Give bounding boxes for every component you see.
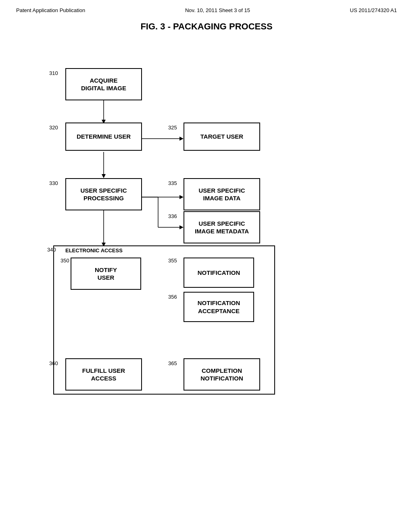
box-notification: NOTIFICATION — [184, 258, 254, 288]
box-user-specific-processing: USER SPECIFIC PROCESSING — [65, 178, 142, 210]
box-notify-user: NOTIFY USER — [71, 258, 141, 290]
header-left: Patent Application Publication — [16, 7, 85, 13]
svg-marker-7 — [179, 195, 184, 199]
box-user-specific-image-metadata: USER SPECIFIC IMAGE METADATA — [184, 211, 260, 243]
label-325: 325 — [168, 125, 177, 131]
page-title: FIG. 3 - PACKAGING PROCESS — [0, 21, 413, 32]
label-356: 356 — [168, 294, 177, 300]
label-310: 310 — [49, 70, 58, 76]
box-fulfill-user-access: FULFILL USER ACCESS — [65, 358, 142, 391]
label-330: 330 — [49, 180, 58, 186]
box-user-specific-image-data: USER SPECIFIC IMAGE DATA — [184, 178, 260, 210]
svg-marker-5 — [102, 174, 106, 178]
label-electronic-access: ELECTRONIC ACCESS — [65, 247, 123, 254]
box-determine-user: DETERMINE USER — [65, 123, 142, 151]
box-notification-acceptance: NOTIFICATION ACCEPTANCE — [184, 292, 254, 322]
label-320: 320 — [49, 125, 58, 131]
svg-marker-11 — [179, 225, 184, 229]
header-middle: Nov. 10, 2011 Sheet 3 of 15 — [185, 7, 250, 13]
box-acquire: ACQUIRE DIGITAL IMAGE — [65, 68, 142, 100]
diagram: 310 ACQUIRE DIGITAL IMAGE 320 DETERMINE … — [25, 44, 388, 507]
label-340: 340 — [47, 247, 56, 253]
label-355: 355 — [168, 258, 177, 264]
header-right: US 2011/274320 A1 — [350, 7, 397, 13]
label-336: 336 — [168, 213, 177, 219]
label-335: 335 — [168, 180, 177, 186]
label-360: 360 — [49, 360, 58, 366]
box-target-user: TARGET USER — [184, 123, 260, 151]
label-365: 365 — [168, 360, 177, 366]
label-350: 350 — [60, 258, 69, 264]
svg-marker-3 — [179, 137, 184, 141]
box-completion-notification: COMPLETION NOTIFICATION — [184, 358, 260, 391]
